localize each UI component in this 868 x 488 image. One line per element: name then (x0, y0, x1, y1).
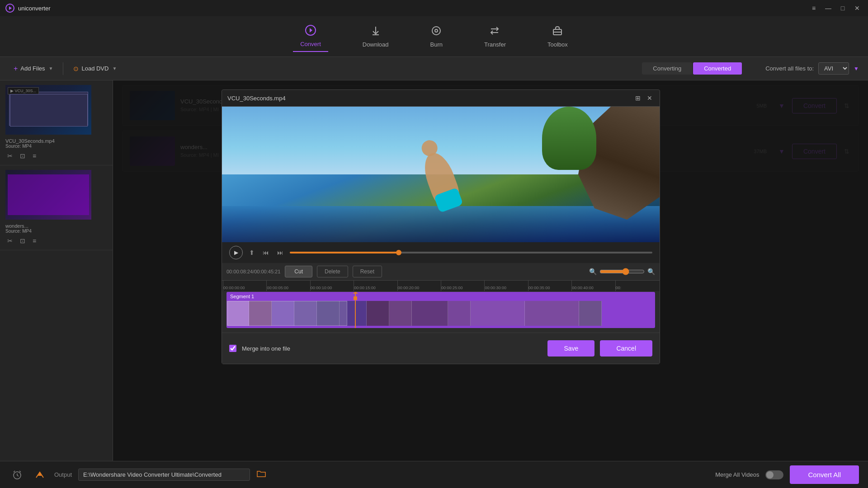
maximize-button[interactable]: □ (837, 3, 848, 14)
burn-nav-label: Burn (430, 41, 443, 48)
load-dvd-dropdown-icon[interactable]: ▼ (112, 66, 117, 71)
load-dvd-icon: ⊙ (73, 65, 79, 72)
output-folder-button[interactable] (256, 469, 266, 481)
file-crop-btn-2[interactable]: ⊡ (18, 236, 27, 245)
output-label: Output (54, 471, 72, 478)
merge-all-toggle[interactable] (765, 470, 783, 479)
video-controls: ▶ ⬆ ⏮ ⏭ (222, 242, 660, 263)
zoom-out-button[interactable]: 🔍 (589, 268, 597, 275)
load-dvd-label: Load DVD (81, 65, 108, 72)
ruler-tick-8: 00:00:40:00 (571, 281, 615, 291)
cancel-button[interactable]: Cancel (600, 340, 652, 357)
timeline-marker[interactable] (355, 292, 356, 328)
play-button[interactable]: ▶ (229, 246, 243, 259)
toolbox-nav-label: Toolbox (547, 41, 568, 48)
file-crop-btn-1[interactable]: ⊡ (18, 151, 27, 160)
selection-area[interactable] (227, 301, 347, 326)
titlebar-left: uniconverter (5, 4, 51, 13)
ruler-tick-6: 00:00:30:00 (484, 281, 528, 291)
ruler-tick-2: 00:00:10:00 (310, 281, 354, 291)
svg-line-13 (19, 471, 21, 472)
dialog-expand-button[interactable]: ⊞ (633, 94, 642, 103)
delete-button[interactable]: Delete (317, 266, 348, 277)
add-files-button[interactable]: + Add Files ▼ (9, 62, 57, 75)
load-dvd-button[interactable]: ⊙ Load DVD ▼ (69, 62, 121, 75)
file-settings-btn-1[interactable]: ≡ (31, 151, 38, 160)
converting-tab[interactable]: Converting (642, 62, 692, 75)
format-dropdown-icon: ▼ (854, 66, 859, 72)
progress-handle[interactable] (396, 250, 401, 255)
file-tools-1: ✂ ⊡ ≡ (5, 151, 107, 160)
converted-tab[interactable]: Converted (693, 62, 742, 75)
output-path-input[interactable] (78, 469, 250, 481)
convert-nav-label: Convert (300, 41, 321, 47)
convert-all-button[interactable]: Convert All (790, 465, 859, 484)
file-source-1: Source: MP4 (5, 144, 107, 149)
minimize-button[interactable]: — (823, 3, 834, 14)
svg-line-11 (17, 475, 19, 476)
toolbox-nav-icon (552, 25, 563, 39)
ruler-tick-3: 00:00:15:00 (354, 281, 397, 291)
main-area: ▶ VCU_30S... VCU_30Seconds.mp4 Source: M… (0, 80, 868, 461)
zoom-section: 🔍 🔍 (589, 268, 655, 275)
svg-marker-1 (9, 6, 12, 10)
svg-point-5 (432, 27, 440, 35)
filmstrip-frame (412, 301, 448, 326)
filmstrip-frame (367, 301, 389, 326)
titlebar: uniconverter ≡ — □ ✕ (0, 0, 868, 16)
ruler-tick-5: 00:00:25:00 (441, 281, 484, 291)
format-select[interactable]: AVI MP4 MOV MKV (818, 62, 849, 75)
filmstrip-frame (448, 301, 471, 326)
file-cut-btn-2[interactable]: ✂ (5, 236, 14, 245)
timeline-ruler: 00:00:00:00 00:00:05:00 00:00:10:00 00:0… (222, 280, 660, 291)
timeline-track[interactable]: Segment 1 (226, 292, 655, 328)
add-files-dropdown-icon[interactable]: ▼ (49, 66, 53, 71)
video-frame (222, 107, 660, 242)
dialog-close-button[interactable]: ✕ (645, 94, 654, 103)
vegetation-element (542, 107, 596, 170)
toolbar: + Add Files ▼ ⊙ Load DVD ▼ Converting Co… (0, 57, 868, 80)
toggle-knob (766, 471, 774, 479)
svg-point-6 (435, 29, 438, 32)
nav-convert[interactable]: Convert (293, 21, 328, 52)
add-icon: + (14, 65, 18, 73)
filmstrip-frame (389, 301, 412, 326)
file-list: ▶ VCU_30S... VCU_30Seconds.mp4 Source: M… (0, 80, 113, 461)
merge-bar: Merge into one file Save Cancel (222, 333, 660, 364)
file-thumbnail-2 (5, 170, 91, 220)
cut-button[interactable]: Cut (285, 266, 312, 277)
file-cut-btn-1[interactable]: ✂ (5, 151, 14, 160)
dialog-titlebar: VCU_30Seconds.mp4 ⊞ ✕ (222, 90, 660, 107)
toolbar-separator (63, 62, 63, 75)
list-item[interactable]: wonders... Source: MP4 ✂ ⊡ ≡ (0, 165, 113, 250)
export-button[interactable]: ⬆ (247, 248, 256, 257)
convert-nav-icon (305, 24, 316, 39)
nav-transfer[interactable]: Transfer (477, 21, 513, 52)
progress-bar[interactable] (290, 252, 652, 253)
ruler-tick-0: 00:00:00:00 (223, 281, 266, 291)
merge-checkbox[interactable] (229, 345, 236, 352)
time-display: 00:00:08:24/00:00:45:21 (226, 269, 280, 274)
skip-forward-button[interactable]: ⏭ (275, 248, 285, 257)
reset-button[interactable]: Reset (353, 266, 382, 277)
save-button[interactable]: Save (547, 340, 594, 357)
zoom-slider[interactable] (599, 268, 645, 275)
nav-toolbox[interactable]: Toolbox (540, 21, 575, 52)
nav-burn[interactable]: Burn (423, 21, 450, 52)
bottombar: Output Merge All Videos Convert All (0, 461, 868, 488)
timeline-area: Segment 1 (222, 292, 660, 333)
merge-label: Merge into one file (242, 345, 290, 352)
alarm-icon-button[interactable] (9, 467, 25, 483)
close-button[interactable]: ✕ (852, 3, 863, 14)
speed-icon-button[interactable] (32, 467, 48, 483)
zoom-in-button[interactable]: 🔍 (647, 268, 655, 275)
list-item[interactable]: ▶ VCU_30S... VCU_30Seconds.mp4 Source: M… (0, 80, 113, 165)
svg-line-12 (14, 471, 15, 472)
menu-icon[interactable]: ≡ (808, 3, 819, 14)
skip-back-button[interactable]: ⏮ (261, 248, 271, 257)
file-settings-btn-2[interactable]: ≡ (31, 236, 38, 245)
nav-download[interactable]: Download (355, 21, 396, 52)
tab-group: Converting Converted (642, 62, 742, 75)
filmstrip-frame (525, 301, 579, 326)
ruler-tick-9: 00: (615, 281, 659, 291)
